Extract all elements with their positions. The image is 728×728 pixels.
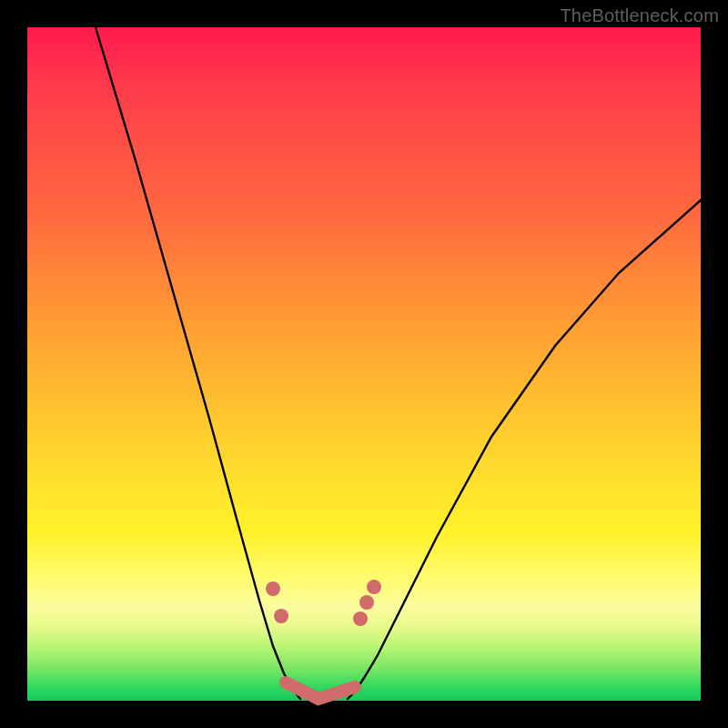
highlight-dots-right bbox=[353, 580, 381, 626]
highlight-dot bbox=[274, 609, 288, 623]
watermark-text: TheBottleneck.com bbox=[560, 5, 719, 26]
curve-overlay bbox=[27, 27, 701, 701]
highlight-dot bbox=[266, 581, 280, 596]
highlight-dot bbox=[359, 595, 374, 610]
highlight-dot bbox=[367, 580, 381, 594]
curve-right bbox=[348, 200, 701, 699]
optimal-range-stroke bbox=[286, 682, 355, 699]
curve-left bbox=[96, 27, 300, 699]
highlight-dots-left bbox=[266, 581, 288, 623]
highlight-dot bbox=[353, 612, 368, 626]
